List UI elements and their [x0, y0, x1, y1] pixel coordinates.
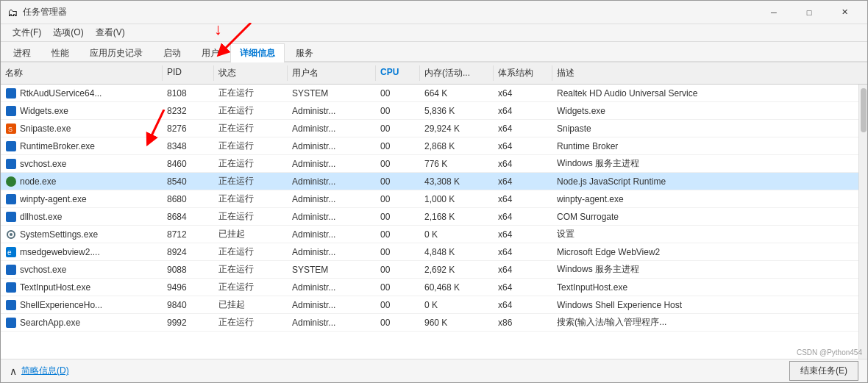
- cell-arch: x64: [494, 157, 552, 171]
- table-row[interactable]: svchost.exe 9088 正在运行 SYSTEM 00 2,692 K …: [1, 261, 858, 279]
- svg-rect-15: [6, 300, 16, 310]
- cell-memory: 0 K: [420, 228, 494, 241]
- menu-options[interactable]: 选项(O): [47, 25, 89, 40]
- cell-status: 正在运行: [214, 173, 288, 189]
- cell-name: node.exe: [1, 174, 163, 189]
- tab-app-history[interactable]: 应用历史记录: [80, 43, 152, 62]
- title-bar: 🗂 任务管理器 ─ □ ✕: [1, 1, 867, 24]
- task-manager-window: 🗂 任务管理器 ─ □ ✕ 文件(F) 选项(O) 查看(V) ↓ 进程 性能 …: [0, 0, 868, 383]
- col-header-user[interactable]: 用户名: [288, 65, 376, 81]
- tab-startup[interactable]: 启动: [154, 43, 191, 62]
- table-row[interactable]: S Snipaste.exe 8276 正在运行 Administr... 00…: [1, 120, 858, 137]
- cell-desc: Realtek HD Audio Universal Service: [552, 87, 858, 100]
- process-name: SearchApp.exe: [20, 318, 80, 328]
- tab-services[interactable]: 服务: [286, 43, 323, 62]
- table-row[interactable]: RuntimeBroker.exe 8348 正在运行 Administr...…: [1, 137, 858, 155]
- cell-cpu: 00: [376, 193, 420, 206]
- cell-desc: Microsoft Edge WebView2: [552, 246, 858, 259]
- menu-file[interactable]: 文件(F): [7, 25, 47, 40]
- svg-rect-13: [6, 265, 16, 275]
- cell-status: 正在运行: [214, 315, 288, 330]
- svg-point-10: [10, 233, 13, 236]
- cell-status: 正在运行: [214, 279, 288, 295]
- svg-text:e: e: [7, 248, 12, 257]
- table-scroll-area: RtkAudUService64... 8108 正在运行 SYSTEM 00 …: [1, 85, 867, 359]
- col-header-memory[interactable]: 内存(活动...: [420, 65, 494, 81]
- table-row[interactable]: e msedgewebview2.... 8924 正在运行 Administr…: [1, 243, 858, 261]
- process-name: svchost.exe: [20, 265, 66, 275]
- col-header-arch[interactable]: 体系结构: [494, 65, 552, 81]
- cell-memory: 43,308 K: [420, 175, 494, 188]
- cell-name: dllhost.exe: [1, 210, 163, 224]
- scrollbar-thumb[interactable]: [861, 88, 867, 132]
- window-title: 任务管理器: [23, 6, 757, 18]
- cell-status: 正在运行: [214, 121, 288, 136]
- close-button[interactable]: ✕: [828, 1, 861, 24]
- process-icon: [5, 282, 17, 293]
- cell-desc: Runtime Broker: [552, 140, 858, 153]
- svg-rect-4: [6, 141, 16, 151]
- process-name: TextInputHost.exe: [20, 282, 90, 293]
- process-icon: [5, 299, 17, 311]
- process-name: Snipaste.exe: [20, 124, 71, 134]
- col-header-pid[interactable]: PID: [163, 65, 214, 81]
- cell-pid: 9840: [163, 298, 214, 312]
- col-header-cpu[interactable]: CPU: [376, 65, 420, 81]
- col-header-status[interactable]: 状态: [214, 65, 288, 81]
- svg-point-6: [6, 176, 16, 187]
- cell-user: Administr...: [288, 281, 376, 294]
- process-icon: [5, 193, 17, 205]
- arrow-indicator-top: ↓: [214, 20, 222, 39]
- cell-pid: 8680: [163, 193, 214, 206]
- end-task-button[interactable]: 结束任务(E): [789, 361, 858, 381]
- cell-arch: x64: [494, 175, 552, 188]
- cell-memory: 29,924 K: [420, 122, 494, 135]
- process-name: Widgets.exe: [20, 106, 68, 116]
- cell-status: 正在运行: [214, 103, 288, 118]
- tab-performance[interactable]: 性能: [42, 43, 79, 62]
- table-row[interactable]: svchost.exe 8460 正在运行 Administr... 00 77…: [1, 155, 858, 173]
- process-name: RuntimeBroker.exe: [20, 141, 95, 151]
- col-header-desc[interactable]: 描述: [552, 65, 867, 81]
- svg-rect-0: [6, 88, 16, 99]
- cell-name: SearchApp.exe: [1, 315, 163, 330]
- table-row[interactable]: node.exe 8540 正在运行 Administr... 00 43,30…: [1, 173, 858, 190]
- table-header: 名称 PID 状态 用户名 CPU 内存(活动... 体系结构 描述: [1, 62, 867, 85]
- cell-user: Administr...: [288, 140, 376, 153]
- cell-arch: x64: [494, 263, 552, 276]
- cell-pid: 8460: [163, 157, 214, 171]
- summary-label[interactable]: 简略信息(D): [21, 365, 69, 377]
- process-icon: [5, 158, 17, 170]
- cell-cpu: 00: [376, 281, 420, 294]
- process-icon: [5, 176, 17, 187]
- bottom-left: ∧ 简略信息(D): [10, 365, 69, 377]
- tab-users[interactable]: 用户: [192, 43, 229, 62]
- cell-name: winpty-agent.exe: [1, 192, 163, 207]
- table-row[interactable]: ShellExperienceHo... 9840 已挂起 Administr.…: [1, 296, 858, 314]
- table-row[interactable]: Widgets.exe 8232 正在运行 Administr... 00 5,…: [1, 102, 858, 120]
- cell-status: 正在运行: [214, 156, 288, 171]
- minimize-button[interactable]: ─: [757, 1, 791, 24]
- table-row[interactable]: TextInputHost.exe 9496 正在运行 Administr...…: [1, 279, 858, 296]
- cell-user: Administr...: [288, 122, 376, 135]
- table-row[interactable]: RtkAudUService64... 8108 正在运行 SYSTEM 00 …: [1, 85, 858, 102]
- tab-details[interactable]: 详细信息: [230, 43, 285, 62]
- table-row[interactable]: SystemSettings.exe 8712 已挂起 Administr...…: [1, 226, 858, 243]
- table-row[interactable]: SearchApp.exe 9992 正在运行 Administr... 00 …: [1, 314, 858, 332]
- app-icon: 🗂: [7, 7, 18, 18]
- expand-icon[interactable]: ∧: [10, 365, 17, 377]
- table-row[interactable]: winpty-agent.exe 8680 正在运行 Administr... …: [1, 190, 858, 208]
- cell-pid: 8684: [163, 210, 214, 223]
- cell-desc: Windows 服务主进程: [552, 262, 858, 277]
- cell-user: Administr...: [288, 157, 376, 171]
- menu-view[interactable]: 查看(V): [90, 25, 131, 40]
- scrollbar[interactable]: [858, 85, 867, 359]
- tab-processes[interactable]: 进程: [4, 43, 40, 62]
- col-header-name[interactable]: 名称: [1, 65, 163, 81]
- cell-user: Administr...: [288, 175, 376, 188]
- cell-pid: 8540: [163, 175, 214, 188]
- cell-user: Administr...: [288, 228, 376, 241]
- process-name: svchost.exe: [20, 159, 66, 169]
- table-row[interactable]: dllhost.exe 8684 正在运行 Administr... 00 2,…: [1, 208, 858, 226]
- maximize-button[interactable]: □: [792, 1, 826, 24]
